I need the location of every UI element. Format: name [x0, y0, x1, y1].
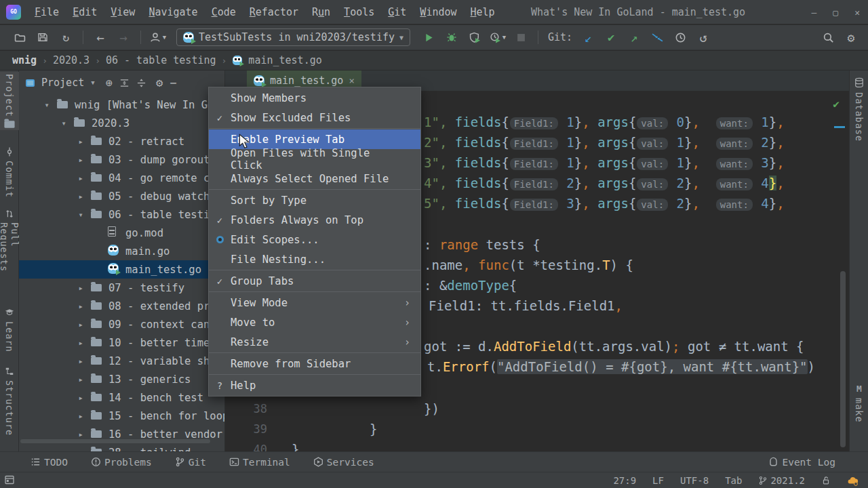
- menu-item-sort-by-type[interactable]: Sort by Type: [209, 190, 420, 210]
- chevron-right-icon[interactable]: ▸: [76, 137, 85, 146]
- menubar-item-refactor[interactable]: Refactor: [243, 0, 305, 24]
- tree-item-13-generics[interactable]: ▸13 - generics: [19, 370, 225, 388]
- run-button[interactable]: [420, 28, 437, 46]
- project-panel-title[interactable]: Project: [41, 77, 84, 89]
- hide-panel-icon[interactable]: −: [170, 76, 176, 89]
- git-update-icon[interactable]: ↙: [579, 28, 597, 46]
- stripe-button-commit[interactable]: Commit: [0, 144, 19, 200]
- toolwindow-button-problems[interactable]: Problems: [91, 457, 152, 468]
- menubar-item-code[interactable]: Code: [205, 0, 243, 24]
- run-with-coverage-button[interactable]: [466, 28, 484, 46]
- chevron-right-icon[interactable]: ▸: [76, 357, 85, 366]
- breadcrumb-item[interactable]: 2020.3: [53, 54, 90, 66]
- menubar-item-window[interactable]: Window: [413, 0, 463, 24]
- menu-item-file-nesting[interactable]: File Nesting...: [209, 249, 420, 269]
- tree-item-10-better-time[interactable]: ▸10 - better time: [19, 333, 225, 352]
- tree-item-05-debug-watches[interactable]: ▸05 - debug watches: [19, 187, 225, 205]
- menu-item-show-members[interactable]: Show Members: [209, 88, 420, 108]
- tree-item-wnig-what-s-new-in-gol[interactable]: ▾wnig [What's New In GoL: [19, 96, 225, 114]
- toolwindow-button-terminal[interactable]: Terminal: [229, 457, 290, 468]
- tree-item-04-go-remote-cha[interactable]: ▸04 - go remote cha: [19, 169, 225, 187]
- tree-item-go-mod[interactable]: go.mod: [19, 224, 225, 242]
- tree-item-28-tailwind[interactable]: ▸28 - tailwind: [19, 443, 225, 451]
- run-configuration-select[interactable]: TestSubTests in wni20203/testify ▼: [176, 28, 410, 46]
- menu-item-remove-from-sidebar[interactable]: Remove from Sidebar: [209, 354, 420, 373]
- tree-item-12-variable-shad[interactable]: ▸12 - variable shad: [19, 352, 225, 370]
- sync-icon[interactable]: ↻: [57, 28, 75, 46]
- menubar-item-navigate[interactable]: Navigate: [142, 0, 204, 24]
- stripe-button-learn[interactable]: Learn: [0, 305, 19, 355]
- open-file-icon[interactable]: [11, 28, 28, 46]
- caret-position[interactable]: 27:9: [613, 475, 636, 486]
- menu-item-move-to[interactable]: Move to›: [209, 312, 420, 332]
- forward-icon[interactable]: →: [115, 28, 132, 46]
- indent-style[interactable]: Tab: [725, 475, 742, 486]
- menubar-item-view[interactable]: View: [104, 0, 142, 24]
- tree-item-09-context-cance[interactable]: ▸09 - context cance: [19, 315, 225, 333]
- chevron-right-icon[interactable]: ▸: [76, 174, 85, 183]
- lock-icon[interactable]: [821, 476, 831, 485]
- tree-horizontal-scrollbar[interactable]: [20, 439, 210, 443]
- maximize-button[interactable]: ▢: [833, 7, 838, 18]
- menu-item-view-mode[interactable]: View Mode›: [209, 293, 420, 312]
- menubar-item-git[interactable]: Git: [381, 0, 413, 24]
- menubar-item-edit[interactable]: Edit: [66, 0, 104, 24]
- toolwindow-button-todo[interactable]: TODO: [31, 457, 68, 468]
- toolwindow-button-services[interactable]: Services: [313, 457, 374, 468]
- tree-item-07-testify[interactable]: ▸07 - testify: [19, 279, 225, 297]
- tree-item-08-extended-prin[interactable]: ▸08 - extended prin: [19, 297, 225, 315]
- chevron-down-icon[interactable]: ▼: [91, 79, 94, 86]
- menu-item-group-tabs[interactable]: ✓Group Tabs: [209, 271, 420, 291]
- minimize-button[interactable]: –: [812, 7, 817, 18]
- line-ending[interactable]: LF: [652, 475, 664, 486]
- chevron-right-icon[interactable]: ▸: [76, 283, 85, 293]
- tree-item-15-bench-for-loop[interactable]: ▸15 - bench for loop: [19, 407, 225, 425]
- stripe-button-database[interactable]: Database: [850, 76, 868, 144]
- search-everywhere-icon[interactable]: [819, 28, 837, 46]
- history-icon[interactable]: [671, 28, 689, 46]
- inspections-ok-icon[interactable]: ✔: [833, 98, 840, 110]
- menu-item-folders-always-on-top[interactable]: ✓Folders Always on Top: [209, 210, 420, 230]
- tree-item-03-dump-goroutin[interactable]: ▸03 - dump goroutin: [19, 150, 225, 169]
- chevron-right-icon[interactable]: ▸: [76, 302, 85, 311]
- stop-button[interactable]: [512, 28, 530, 46]
- toolwindow-button-git[interactable]: Git: [175, 457, 206, 468]
- chevron-right-icon[interactable]: ▸: [76, 411, 85, 421]
- back-icon[interactable]: ←: [92, 28, 109, 46]
- menu-item-edit-scopes[interactable]: Edit Scopes...: [209, 230, 420, 249]
- chevron-right-icon[interactable]: ▸: [76, 430, 85, 439]
- locate-file-icon[interactable]: ⊕: [106, 76, 113, 89]
- menubar-item-file[interactable]: File: [28, 0, 66, 24]
- debug-button[interactable]: [443, 28, 460, 46]
- tab-close-icon[interactable]: ×: [349, 75, 354, 86]
- tree-item-02-retract[interactable]: ▸02 - retract: [19, 132, 225, 150]
- expand-all-icon[interactable]: [119, 78, 130, 88]
- profile-icon[interactable]: ▼: [149, 28, 167, 46]
- file-encoding[interactable]: UTF-8: [680, 475, 709, 486]
- breadcrumb-item[interactable]: main_test.go: [248, 54, 321, 66]
- breadcrumb-item[interactable]: 06 - table testing: [106, 54, 216, 66]
- close-button[interactable]: ✕: [854, 7, 860, 18]
- chevron-right-icon[interactable]: ▸: [76, 338, 85, 348]
- chevron-right-icon[interactable]: ▸: [76, 155, 85, 165]
- tool-window-toggle-icon[interactable]: [4, 474, 15, 485]
- chevron-down-icon[interactable]: ▾: [59, 119, 68, 128]
- update-cloud-icon[interactable]: [847, 476, 859, 486]
- tree-item-main-go[interactable]: main.go: [19, 242, 225, 260]
- menu-item-resize[interactable]: Resize›: [209, 332, 420, 352]
- save-all-icon[interactable]: [34, 28, 52, 46]
- menu-item-show-excluded-files[interactable]: ✓Show Excluded Files: [209, 108, 420, 127]
- git-commit-check-icon[interactable]: ✔: [602, 28, 620, 46]
- chevron-right-icon[interactable]: ▸: [76, 393, 85, 403]
- menu-item-always-select-opened-file[interactable]: Always Select Opened File: [209, 169, 420, 188]
- stripe-button-project[interactable]: Project: [0, 72, 19, 130]
- tree-item-2020-3[interactable]: ▾2020.3: [19, 114, 225, 132]
- git-branch-widget[interactable]: 2021.2: [758, 475, 805, 486]
- chevron-right-icon[interactable]: ▸: [76, 320, 85, 329]
- editor-scrollbar[interactable]: [840, 271, 846, 447]
- menu-item-open-files-with-single-click[interactable]: Open Files with Single Click: [209, 149, 420, 169]
- panel-options-gear-icon[interactable]: ⚙: [156, 76, 163, 89]
- menubar-item-tools[interactable]: Tools: [337, 0, 381, 24]
- rollback-icon[interactable]: ↺: [694, 28, 712, 46]
- tree-item-14-bench-test[interactable]: ▸14 - bench test: [19, 388, 225, 407]
